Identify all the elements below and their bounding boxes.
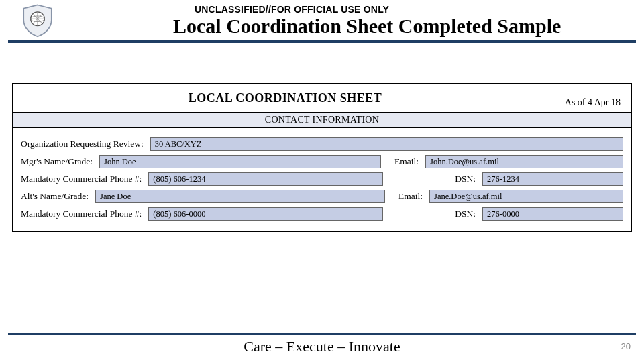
alt-name-field[interactable]: Jane Doe <box>95 190 385 203</box>
mgr-dsn-field[interactable]: 276-1234 <box>482 172 623 186</box>
footer-divider <box>8 333 636 335</box>
slide-title: Local Coordination Sheet Completed Sampl… <box>60 15 636 38</box>
footer-motto: Care – Execute – Innovate <box>0 338 644 355</box>
org-label: Organization Requesting Review: <box>21 139 144 149</box>
org-field[interactable]: 30 ABC/XYZ <box>150 137 623 151</box>
shield-logo-icon <box>20 3 55 38</box>
mgr-dsn-label: DSN: <box>455 174 476 184</box>
classification-banner: UNCLASSIFIED//FOR OFFICIAL USE ONLY <box>60 4 636 15</box>
form-container: LOCAL COORDINATION SHEET As of 4 Apr 18 … <box>12 83 632 232</box>
alt-dsn-field[interactable]: 276-0000 <box>482 207 623 221</box>
alt-phone-label: Mandatory Commercial Phone #: <box>21 208 142 219</box>
mgr-name-field[interactable]: John Doe <box>99 155 381 168</box>
mgr-email-label: Email: <box>394 156 419 167</box>
form-body: Organization Requesting Review: 30 ABC/X… <box>13 128 631 231</box>
alt-phone-field[interactable]: (805) 606-0000 <box>148 207 383 221</box>
mgr-email-field[interactable]: John.Doe@us.af.mil <box>425 155 623 168</box>
header-divider <box>8 40 636 43</box>
as-of-date: As of 4 Apr 18 <box>551 88 625 108</box>
slide-header: UNCLASSIFIED//FOR OFFICIAL USE ONLY Loca… <box>0 0 644 38</box>
mgr-name-label: Mgr's Name/Grade: <box>21 156 93 167</box>
form-title: LOCAL COORDINATION SHEET <box>189 91 382 105</box>
alt-name-label: Alt's Name/Grade: <box>21 191 89 202</box>
alt-email-label: Email: <box>398 191 423 202</box>
section-heading: CONTACT INFORMATION <box>13 112 631 128</box>
alt-dsn-label: DSN: <box>455 208 476 219</box>
mgr-phone-label: Mandatory Commercial Phone #: <box>21 174 142 184</box>
mgr-phone-field[interactable]: (805) 606-1234 <box>148 172 383 186</box>
page-number: 20 <box>621 341 631 351</box>
alt-email-field[interactable]: Jane.Doe@us.af.mil <box>429 190 623 203</box>
